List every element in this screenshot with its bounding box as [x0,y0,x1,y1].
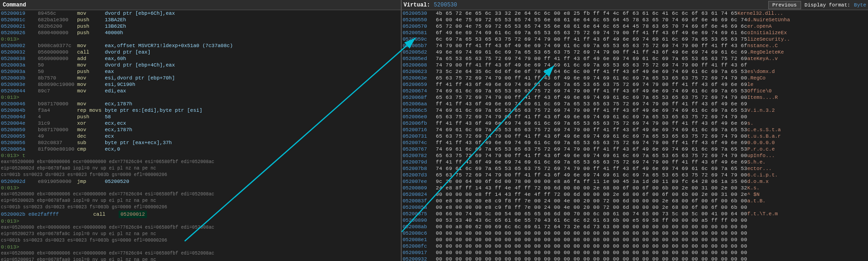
code-line[interactable]: eip=0520002b ebp=0678faa0 iopl=0 nv up e… [0,198,401,204]
hex-line[interactable]: 0520079dff 41 ff 43 6f 49 6e 69 74 69 61… [402,159,868,165]
left-panel-title: Command [3,2,26,8]
code-line[interactable]: 052000320560000000 call dvord ptr [eax] [0,49,401,55]
hex-line[interactable]: 0520093200 00 00 00 00 00 00 00 00 00 00… [402,256,868,261]
hex-line[interactable]: 052005816f 49 6e 69 74 69 61 6c 69 7a 65… [402,30,868,36]
hex-line[interactable]: 0520073165 63 75 72 69 74 79 00 ff 41 ff… [402,133,868,140]
hex-line[interactable]: 052006aaff 41 ff 43 6f 49 6e 69 74 69 61… [402,101,868,107]
left-panel: Command 0520001989456c mov dvord ptr [eb… [0,0,402,261]
hex-line[interactable]: 052005b774 79 00 ff 41 ff 43 6f 49 6e 69… [402,42,868,49]
code-line[interactable]: eip=0520002d ebp=0678faa0 iopl=0 nv up e… [0,165,401,172]
hex-line[interactable]: 052007b874 69 61 6c 69 7a 65 53 65 63 75… [402,165,868,172]
hex-line[interactable]: 052008ab00 00 a8 00 62 00 69 6c 6c 69 61… [402,224,868,230]
code-line[interactable]: eax=05200000 ebx=00000006 ecx=00000000 e… [0,191,401,198]
code-line[interactable]: eax=05200000 ebx=00000006 ecx=00000000 e… [0,159,401,165]
code-line[interactable]: 0520002de8919050000 jmp 05200520 [0,178,401,185]
hex-line[interactable]: 052008fc00 00 00 00 00 00 00 00 00 00 00… [402,243,868,249]
code-line[interactable]: 0520003a50 push eax [0,68,401,75]
hex-line[interactable]: 052007ee9c 2e 00 64 00 6f 6d 00 78 00 00… [402,178,868,185]
hex-line[interactable]: 0520055064 00 4e 75 69 72 65 53 65 74 55… [402,17,868,23]
code-line[interactable]: 052000266800400000 push 40000h [0,30,401,36]
code-line[interactable]: eax=05200000 ebx=00000006 ecx=00000000 e… [0,225,401,231]
hex-line[interactable]: 0520078265 63 75 72 69 74 79 00 ff 41 ff… [402,152,868,159]
hex-line[interactable]: 052008e100 00 00 00 00 00 00 00 00 00 00… [402,237,868,243]
hex-line[interactable]: 0520062373 5c 2e 64 35 6c 6d 6f 6e 6f 78… [402,68,868,75]
hex-line[interactable]: 052005ed7a 65 53 65 63 75 72 69 74 79 00… [402,55,868,62]
hex-line[interactable]: 0520083f00 e8 00 00 00 e8 c9 f8 ff 7e 00… [402,198,868,204]
main-container: Command 0520001989456c mov dvord ptr [eb… [0,0,868,261]
code-line[interactable]: 0520004489c7 mov edi,eax [0,88,401,94]
code-line[interactable]: 0520003e8b8690c19000 mov esi,9C190h [0,81,401,88]
hex-line[interactable]: 052007d365 63 75 72 69 74 79 00 ff 41 ff… [402,172,868,178]
hex-line[interactable]: 052005304b 65 72 6e 65 6c 33 32 2e 64 6c… [402,10,868,17]
code-line[interactable]: eax=05200000 ebx=00000006 ecx=00000000 e… [0,250,401,257]
code-line[interactable]: 0:013> [0,94,401,101]
hex-line[interactable]: 052006c574 69 61 6c 69 7a 65 53 65 63 75… [402,107,868,114]
code-line[interactable]: 0:013> [0,36,401,42]
hex-line[interactable]: 0520060874 79 00 ff 41 ff 43 6f 49 6e 69… [402,62,868,68]
hex-line[interactable]: 0520082400 00 00 00 e8 ff 14 43 ff 4e 4f… [402,191,868,198]
code-line[interactable]: 0:013> [0,244,401,250]
code-line[interactable]: 0:013> t [0,152,401,159]
code-line[interactable]: 0520001c682ba1e300 push 13BA2Eh [0,17,401,23]
code-line[interactable]: 05200050b987170000 mov ecx,1787h [0,127,401,133]
code-line[interactable]: 05200056802c0837 sub byte ptr [eax+ecx],… [0,140,401,146]
code-line[interactable]: 0520005549 dec ecx [0,133,401,140]
left-panel-content[interactable]: 0520001989456c mov dvord ptr [ebp+6Ch],e… [0,10,401,261]
previous-button[interactable]: Previous [768,1,801,9]
hex-line[interactable]: 052006e065 63 75 72 69 74 79 00 ff 41 ff… [402,114,868,120]
virtual-address-value: 5200530 [434,2,457,8]
right-panel-header: Virtual: 5200530 Previous Display format… [402,0,868,10]
code-line[interactable]: 05200021682b6200 push 13B62Eh [0,23,401,30]
code-line[interactable]: eip=05200017 ebp=0678faa0 iopl=0 nv up e… [0,257,401,261]
code-line[interactable]: 0520004bf3a4 rep movs byte ptr es:[edi],… [0,107,401,114]
hex-line[interactable]: 0520071674 69 61 6c 69 7a 65 53 65 63 75… [402,127,868,133]
code-line[interactable]: 0520002b e8e2faffffcall05200012 [0,211,401,218]
hex-line[interactable]: 0520076774 69 61 6c 69 7a 65 53 65 63 75… [402,146,868,152]
right-panel: Virtual: 5200530 Previous Display format… [402,0,868,261]
display-format-label: Display format: [805,2,850,8]
code-line[interactable]: cs=001b ss=0023 ds=0023 es=0023 fs=003b … [0,204,401,211]
hex-line[interactable]: 0520091700 00 00 00 00 00 00 00 00 00 00… [402,249,868,256]
hex-line[interactable]: 0520089000 53 53 40 43 6c 65 61 6e 55 70… [402,217,868,224]
virtual-label: Virtual: [404,2,430,8]
code-line[interactable]: 0520004e31c9 xor ecx,ecx [0,120,401,127]
hex-line[interactable]: 052006fbff 41 ff 43 6f 49 6e 69 74 69 61… [402,120,868,127]
left-panel-header: Command [0,0,401,10]
code-line[interactable]: 0:013> [0,218,401,225]
code-line[interactable]: cs=001b ss=0023 ds=0023 es=0023 fs=003b … [0,237,401,244]
hex-line[interactable]: 0520087500 66 00 74 00 5c 00 54 00 65 65… [402,211,868,217]
code-line[interactable]: 0:013> [0,185,401,191]
hex-line[interactable]: 0520057065 72 00 4e 75 69 72 65 53 65 74… [402,23,868,30]
hex-line[interactable]: 0520085a00 e8 00 00 00 e8 c9 f8 ff 7e 00… [402,204,868,211]
hex-line[interactable]: 0520059c6c 69 7a 65 53 65 63 75 72 69 74… [402,36,868,42]
code-line[interactable]: 0520003b8b7570 mov esi,dvord ptr [ebp+70… [0,75,401,81]
hex-line[interactable]: 052008c600 00 00 00 00 00 00 00 00 00 00… [402,230,868,237]
hex-line[interactable]: 0520063e65 63 75 72 69 74 79 00 ff 41 ff… [402,75,868,81]
code-line[interactable]: 0520001989456c mov dvord ptr [ebp+6Ch],e… [0,10,401,17]
code-line[interactable]: 05200046b987170000 mov ecx,1787h [0,101,401,107]
code-line[interactable]: 0520005a81f900e80100 cmp ecx,0 [0,146,401,152]
code-line[interactable]: 0520004d4 push 58 [0,114,401,120]
display-format-value: Byte [854,2,866,8]
hex-line[interactable]: 052005d249 6e 69 74 69 61 6c 69 7a 65 53… [402,49,868,55]
code-line[interactable]: 052000380560000000 add eax,60h [0,55,401,62]
hex-line[interactable]: 0520074cff 41 ff 43 6f 49 6e 69 74 69 61… [402,140,868,146]
code-line[interactable]: cs=001b ss=0023 ds=0023 es=0023 fs=003b … [0,172,401,178]
hex-panel-content[interactable]: 052005304b 65 72 6e 65 6c 33 32 2e 64 6c… [402,10,868,261]
hex-line[interactable]: 05200659ff 41 ff 43 6f 49 6e 69 74 69 61… [402,81,868,88]
hex-line[interactable]: 0520080924 e8 8f ff 14 43 ff 4e 4f ff 72… [402,185,868,191]
hex-line[interactable]: 0520068f65 63 75 72 69 74 79 00 ff 41 ff… [402,94,868,101]
hex-line[interactable]: 0520067474 69 61 6c 69 7a 65 53 65 63 75… [402,88,868,94]
code-line[interactable]: 0520003a50 mov dvord ptr [ebp+4Ch],eax [0,62,401,68]
code-line[interactable]: eip=05200273 ebp=0678fa9c iopl=0 nv up e… [0,231,401,237]
code-line[interactable]: 05200002b908ca0377c mov eax,offset MSVCR… [0,42,401,49]
